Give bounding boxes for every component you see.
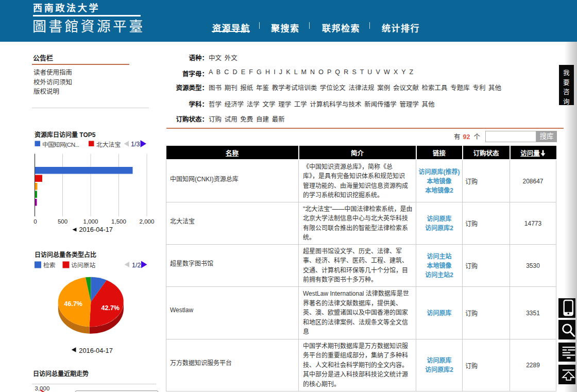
svg-text:中国知网(CN...: 中国知网(CN... bbox=[42, 141, 79, 148]
svg-text:访问原站: 访问原站 bbox=[71, 262, 95, 269]
svg-text:1,500: 1,500 bbox=[111, 218, 126, 225]
svg-text:500: 500 bbox=[58, 218, 67, 225]
svg-text:2016-04-17: 2016-04-17 bbox=[79, 226, 113, 233]
svg-text:46.7%: 46.7% bbox=[64, 300, 82, 308]
svg-text:0: 0 bbox=[33, 218, 37, 225]
svg-text:1/3: 1/3 bbox=[131, 141, 140, 148]
svg-text:42.7%: 42.7% bbox=[101, 304, 120, 312]
svg-text:1/2: 1/2 bbox=[132, 262, 141, 269]
svg-text:北大法宝: 北大法宝 bbox=[96, 141, 121, 148]
svg-text:检索: 检索 bbox=[43, 262, 56, 269]
svg-text:1,000: 1,000 bbox=[83, 218, 98, 225]
svg-text:2,000: 2,000 bbox=[140, 218, 155, 225]
svg-text:2016-04-17: 2016-04-17 bbox=[79, 347, 112, 354]
